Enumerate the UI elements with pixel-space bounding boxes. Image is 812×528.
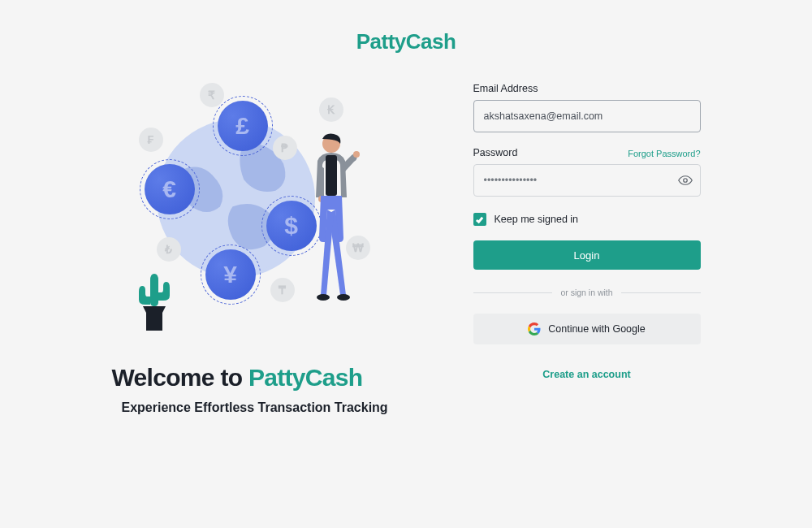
google-button-label: Continue with Google — [548, 323, 646, 335]
login-form: Email Address Password Forgot Password? — [473, 83, 701, 415]
svg-rect-1 — [146, 313, 162, 331]
google-icon — [528, 322, 541, 335]
svg-point-7 — [337, 294, 350, 301]
forgot-password-link[interactable]: Forgot Password? — [628, 149, 700, 158]
coin-small-icon: ₹ — [200, 83, 224, 107]
svg-rect-4 — [326, 155, 337, 196]
welcome-heading: Welcome to PattyCash — [112, 363, 421, 392]
keep-signed-checkbox[interactable] — [473, 213, 486, 226]
svg-marker-2 — [143, 306, 166, 313]
email-label: Email Address — [473, 83, 538, 94]
welcome-prefix: Welcome to — [112, 364, 248, 391]
password-label: Password — [473, 147, 518, 158]
yen-coin-icon: ¥ — [205, 249, 256, 300]
create-account-link[interactable]: Create an account — [473, 369, 701, 380]
divider-text: or sign in with — [560, 288, 612, 297]
password-input[interactable] — [473, 164, 701, 197]
keep-signed-label: Keep me signed in — [495, 214, 579, 225]
eye-icon[interactable] — [678, 173, 693, 188]
coin-small-icon: ₭ — [319, 97, 343, 122]
coin-small-icon: ₺ — [157, 237, 181, 262]
welcome-brand: PattyCash — [248, 364, 362, 391]
coin-small-icon: ₸ — [270, 278, 295, 302]
cactus-icon — [132, 266, 177, 335]
coin-small-icon: ₱ — [273, 136, 297, 160]
divider: or sign in with — [473, 288, 701, 297]
euro-coin-icon: € — [145, 164, 195, 214]
person-icon — [303, 132, 360, 315]
svg-point-8 — [317, 294, 330, 301]
pound-coin-icon: £ — [218, 101, 268, 151]
svg-point-5 — [353, 151, 360, 158]
google-signin-button[interactable]: Continue with Google — [473, 314, 701, 344]
email-input[interactable] — [473, 100, 701, 132]
welcome-subhead: Experience Effortless Transaction Tracki… — [112, 400, 421, 415]
illustration: £ € $ ¥ ₹ ₭ ₣ ₱ ₺ ₩ ₸ — [112, 83, 421, 343]
login-button[interactable]: Login — [473, 240, 701, 270]
svg-point-9 — [683, 179, 687, 183]
brand-logo: PattyCash — [0, 29, 812, 54]
coin-small-icon: ₣ — [139, 128, 163, 152]
marketing-panel: £ € $ ¥ ₹ ₭ ₣ ₱ ₺ ₩ ₸ — [112, 83, 421, 415]
